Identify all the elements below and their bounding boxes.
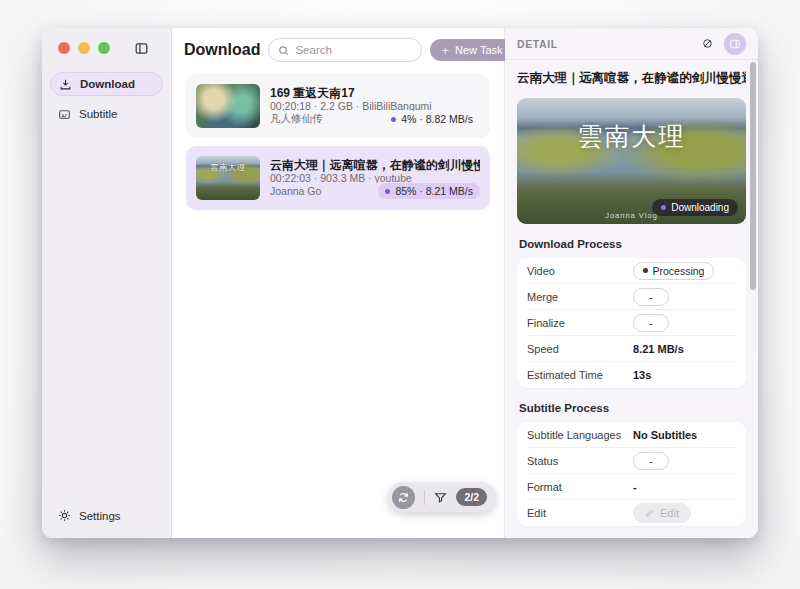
detail-row-status: Status - (527, 448, 736, 474)
task-title: 云南大理｜远离喧嚣，在静谧的剑川慢慢... (270, 157, 480, 172)
titlebar (50, 28, 163, 68)
new-task-label: New Task (455, 44, 502, 56)
task-counter-badge: 2/2 (456, 488, 487, 506)
sidebar-item-label: Subtitle (79, 108, 117, 120)
main-header: Download + New Task (172, 28, 504, 72)
detail-body: 云南大理｜远离喧嚣，在静谧的剑川慢慢逛｜千... 雲南大理 Joanna Vlo… (505, 70, 758, 538)
funnel-icon (434, 491, 447, 504)
pencil-icon (645, 508, 655, 518)
refresh-icon (397, 491, 410, 504)
detail-title: 云南大理｜远离喧嚣，在静谧的剑川慢慢逛｜千... (517, 70, 746, 87)
task-card[interactable]: 169 重返天南17 00:20:18 · 2.2 GB · BiliBiliB… (186, 74, 490, 138)
sidebar-item-subtitle[interactable]: Subtitle (50, 102, 163, 126)
task-progress: 85% · 8.21 MB/s (378, 183, 480, 199)
task-thumbnail: 雲南大理 (196, 156, 260, 200)
edit-subtitle-button[interactable]: Edit (633, 503, 691, 523)
panel-icon (729, 38, 741, 50)
section-heading-subtitle-process: Subtitle Process (519, 402, 744, 414)
progress-dot-icon (385, 189, 390, 194)
search-input[interactable] (295, 44, 412, 56)
task-thumbnail (196, 84, 260, 128)
task-meta: 00:20:18 · 2.2 GB · BiliBiliBangumi (270, 100, 480, 111)
detail-row-estimated-time: Estimated Time 13s (527, 362, 736, 388)
search-icon (278, 45, 289, 56)
task-title: 169 重返天南17 (270, 85, 480, 100)
progress-dot-icon (391, 117, 396, 122)
download-icon (59, 78, 72, 91)
detail-row-subtitle-languages: Subtitle Languages No Subtitles (527, 422, 736, 448)
sidebar-toggle-icon[interactable] (134, 41, 149, 56)
close-button[interactable] (58, 42, 70, 54)
search-field[interactable] (268, 38, 422, 62)
list-toolbar: 2/2 (388, 482, 496, 512)
pin-icon (701, 37, 714, 50)
detail-panel: DETAIL 云南大理｜远离喧嚣，在静谧的剑川慢慢逛｜千... 雲南大理 Joa… (505, 28, 758, 538)
thumbnail-overlay-text: 雲南大理 (196, 162, 260, 173)
task-author: Joanna Go (270, 185, 321, 197)
task-meta: 00:22:03 · 903.3 MB · youtube (270, 172, 480, 183)
page-title: Download (184, 41, 260, 59)
task-progress: 4% · 8.82 MB/s (384, 111, 480, 127)
detail-header: DETAIL (505, 28, 758, 60)
download-process-card: Video Processing Merge - Finali (517, 258, 746, 388)
task-list: 169 重返天南17 00:20:18 · 2.2 GB · BiliBiliB… (172, 72, 504, 210)
subtitle-process-card: Subtitle Languages No Subtitles Status -… (517, 422, 746, 526)
task-author: 凡人修仙传 (270, 112, 323, 126)
sidebar-item-label: Download (80, 78, 135, 90)
status-pill: - (633, 314, 669, 332)
format-value: - (633, 481, 736, 493)
detail-row-merge: Merge - (527, 284, 736, 310)
subtitle-icon (58, 108, 71, 121)
main-panel: Download + New Task 169 重返天南17 (172, 28, 505, 538)
detail-row-video: Video Processing (527, 258, 736, 284)
settings-label: Settings (79, 510, 121, 522)
status-dot-icon (661, 205, 666, 210)
section-heading-download-process: Download Process (519, 238, 744, 250)
pin-button[interactable] (701, 37, 714, 50)
detail-row-edit: Edit Edit (527, 500, 736, 526)
gear-icon (58, 509, 71, 522)
thumbnail-overlay-title: 雲南大理 (517, 120, 746, 153)
detail-caption: DETAIL (517, 38, 558, 50)
minimize-button[interactable] (78, 42, 90, 54)
sidebar-nav: Download Subtitle (50, 72, 163, 126)
refresh-button[interactable] (392, 486, 415, 509)
desktop-background: Download Subtitle Settings Download (0, 0, 800, 589)
detail-scrollbar[interactable] (750, 62, 756, 290)
app-window: Download Subtitle Settings Download (42, 28, 758, 538)
new-task-button[interactable]: + New Task (430, 39, 513, 61)
estimated-time-value: 13s (633, 369, 736, 381)
speed-value: 8.21 MB/s (633, 343, 736, 355)
subtitle-languages-value: No Subtitles (633, 429, 736, 441)
toolbar-divider (424, 490, 425, 505)
status-pill: Processing (633, 262, 714, 280)
task-card-selected[interactable]: 雲南大理 云南大理｜远离喧嚣，在静谧的剑川慢慢... 00:22:03 · 90… (186, 146, 490, 210)
filter-button[interactable] (434, 491, 447, 504)
status-pill: - (633, 452, 669, 470)
zoom-button[interactable] (98, 42, 110, 54)
sidebar-item-settings[interactable]: Settings (58, 509, 121, 522)
detail-thumbnail: 雲南大理 Joanna Vlog Downloading (517, 98, 746, 224)
detail-row-finalize: Finalize - (527, 310, 736, 336)
sidebar-item-download[interactable]: Download (50, 72, 163, 96)
detail-row-speed: Speed 8.21 MB/s (527, 336, 736, 362)
sidebar: Download Subtitle Settings (42, 28, 172, 538)
detail-panel-toggle-button[interactable] (724, 33, 746, 55)
downloading-badge: Downloading (652, 199, 738, 216)
plus-icon: + (441, 44, 449, 57)
status-dot-icon (643, 268, 648, 273)
status-pill: - (633, 288, 669, 306)
detail-row-format: Format - (527, 474, 736, 500)
